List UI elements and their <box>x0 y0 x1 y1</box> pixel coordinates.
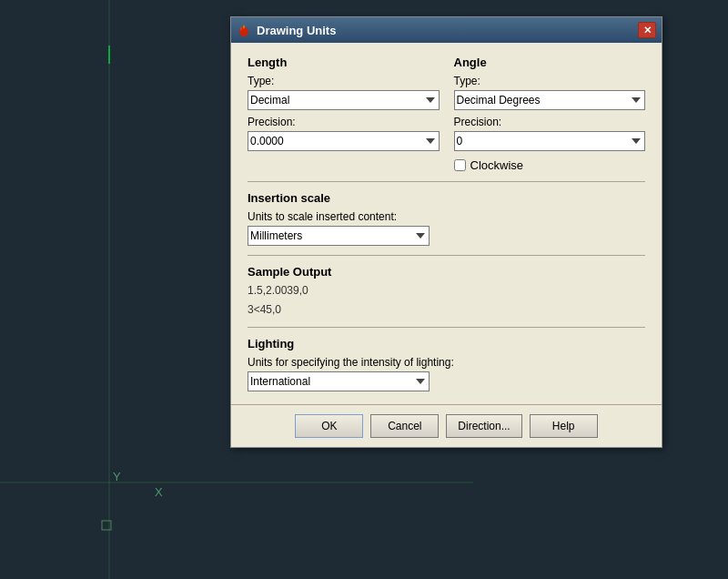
length-precision-select[interactable]: 0.0000 0 0.0 0.00 0.000 0.00000 <box>248 131 440 151</box>
length-precision-label: Precision: <box>248 116 440 128</box>
sample-output-section: Sample Output 1.5,2.0039,0 3<45,0 <box>248 265 645 318</box>
angle-type-label: Type: <box>454 75 646 87</box>
title-bar[interactable]: Drawing Units ✕ <box>231 17 662 43</box>
drawing-units-dialog: Drawing Units ✕ Length Type: Decimal Arc… <box>230 16 662 448</box>
insertion-units-select[interactable]: Millimeters Inches Feet Centimeters Mete… <box>248 226 430 246</box>
clockwise-checkbox[interactable] <box>454 159 466 171</box>
lighting-section: Lighting Units for specifying the intens… <box>248 337 645 391</box>
insertion-units-label: Units to scale inserted content: <box>248 210 645 223</box>
lighting-header: Lighting <box>248 337 645 350</box>
direction-button[interactable]: Direction... <box>446 414 521 438</box>
dialog-title: Drawing Units <box>257 24 336 37</box>
length-section: Length Type: Decimal Architectural Engin… <box>248 56 440 172</box>
sample-output-header: Sample Output <box>248 265 645 279</box>
lighting-units-select[interactable]: International American <box>248 371 430 391</box>
separator-2 <box>248 255 645 256</box>
ok-button[interactable]: OK <box>295 414 363 438</box>
angle-header: Angle <box>454 56 646 69</box>
angle-precision-select[interactable]: 0 0.0 0.00 0.000 <box>454 131 646 151</box>
angle-section: Angle Type: Decimal Degrees Deg/Min/Sec … <box>454 56 646 172</box>
separator-1 <box>248 181 645 182</box>
insertion-scale-header: Insertion scale <box>248 191 645 205</box>
angle-precision-label: Precision: <box>454 116 646 128</box>
svg-text:X: X <box>155 485 163 499</box>
separator-3 <box>248 327 645 328</box>
close-button[interactable]: ✕ <box>638 22 656 38</box>
help-button[interactable]: Help <box>530 414 598 438</box>
cancel-button[interactable]: Cancel <box>370 414 439 438</box>
length-type-label: Type: <box>248 75 440 87</box>
lighting-units-label: Units for specifying the intensity of li… <box>248 356 645 369</box>
insertion-scale-section: Insertion scale Units to scale inserted … <box>248 191 645 246</box>
svg-text:Y: Y <box>113 470 121 483</box>
sample-line2: 3<45,0 <box>248 301 645 318</box>
length-header: Length <box>248 56 440 69</box>
app-icon <box>237 23 251 37</box>
dialog-footer: OK Cancel Direction... Help <box>231 404 662 447</box>
sample-line1: 1.5,2.0039,0 <box>248 282 645 299</box>
clockwise-label: Clockwise <box>470 158 524 172</box>
clockwise-row: Clockwise <box>454 158 646 172</box>
length-type-select[interactable]: Decimal Architectural Engineering Fracti… <box>248 90 440 110</box>
angle-type-select[interactable]: Decimal Degrees Deg/Min/Sec Grads Radian… <box>454 90 646 110</box>
